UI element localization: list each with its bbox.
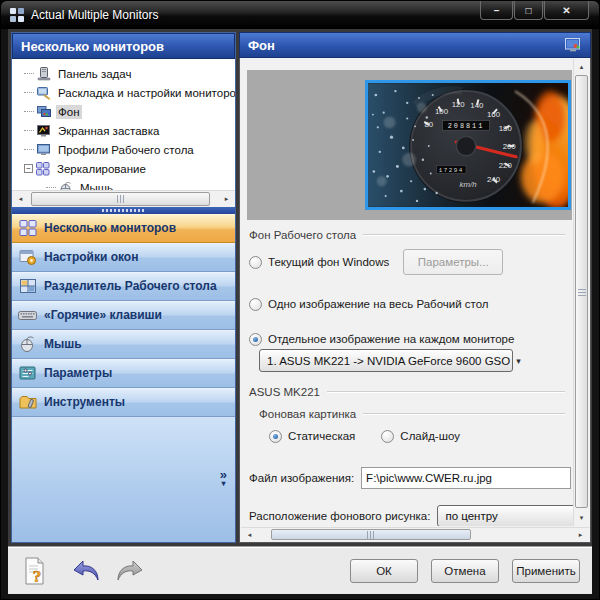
maximize-icon: □ (525, 5, 531, 16)
content-horizontal-scrollbar[interactable]: ◂ ▸ (241, 527, 589, 541)
left-panel-header: Несколько мониторов (12, 33, 235, 59)
mouse-icon (59, 181, 74, 190)
right-panel-header: Фон (239, 32, 591, 58)
scroll-left-icon[interactable]: ◂ (13, 192, 28, 206)
picture-mode-radios: Статическая Слайд-шоу (269, 427, 565, 445)
nav-label: Несколько мониторов (44, 221, 176, 235)
radio-slideshow[interactable] (381, 430, 394, 443)
svg-text:17294: 17294 (439, 167, 464, 174)
tree-item-screensaver[interactable]: Экранная заставка (12, 121, 235, 140)
scroll-left-icon[interactable]: ◂ (242, 529, 257, 540)
radio-static[interactable] (269, 430, 282, 443)
radio-current-windows-bg[interactable]: Текущий фон Windows Параметры... (249, 249, 565, 275)
tree-hscroll-thumb[interactable] (31, 192, 210, 206)
four-monitors-icon (18, 219, 37, 237)
minimize-button[interactable]: – (480, 1, 513, 20)
taskbar-icon (37, 67, 52, 81)
image-file-label: Файл изображения: (249, 472, 354, 484)
nav-label: Мышь (44, 337, 82, 351)
mirroring-icon (36, 162, 51, 176)
vscroll-thumb[interactable] (575, 75, 588, 508)
options-icon (18, 364, 37, 382)
radio-icon[interactable] (249, 298, 262, 311)
tree-item-monitors-layout[interactable]: Раскладка и настройки мониторов (12, 83, 235, 102)
window-title: Actual Multiple Monitors (31, 8, 158, 22)
speedometer-image: 80 100 120 140 160 180 200 220 240 (368, 83, 568, 207)
help-icon[interactable]: ? (22, 556, 49, 586)
nav-item-options[interactable]: Параметры (12, 359, 235, 388)
picture-group: Фоновая картинка (259, 406, 565, 422)
client-area: Несколько мониторов Панель задач Расклад… (8, 29, 592, 592)
close-icon: ✕ (562, 5, 570, 16)
background-icon (37, 105, 52, 119)
background-position-row: Расположение фонового рисунка: по центру… (249, 505, 571, 526)
scroll-right-icon[interactable]: ▸ (219, 192, 234, 206)
ok-button[interactable]: ОК (350, 559, 418, 583)
radio-single-image[interactable]: Одно изображение на весь Рабочий стол (249, 295, 565, 313)
svg-text:180: 180 (499, 124, 513, 133)
nav-overflow-row: » ▾ (12, 417, 235, 543)
background-preview-image[interactable]: 80 100 120 140 160 180 200 220 240 (365, 80, 571, 210)
background-header-icon (565, 38, 582, 53)
keyboard-icon (18, 306, 37, 324)
content-hscroll-thumb[interactable] (271, 529, 471, 540)
desktop-divider-icon (18, 277, 37, 295)
footer-bar: ? ОК Отмена Применить (8, 546, 592, 594)
window-settings-icon (18, 248, 37, 266)
cancel-button[interactable]: Отмена (431, 559, 499, 583)
nav-item-hotkeys[interactable]: «Горячие» клавиши (12, 301, 235, 330)
vertical-scrollbar[interactable]: ▴ ▾ (573, 59, 589, 526)
panel-splitter[interactable] (12, 207, 235, 214)
title-bar[interactable]: Actual Multiple Monitors – □ ✕ (1, 1, 599, 29)
settings-tree: Панель задач Раскладка и настройки монит… (12, 59, 235, 190)
tree-horizontal-scrollbar[interactable]: ◂ ▸ (12, 190, 235, 207)
monitor-group: ASUS MK221 (249, 384, 565, 400)
nav-item-tools[interactable]: Инструменты (12, 388, 235, 417)
nav-item-desktop-divider[interactable]: Разделитель Рабочего стола (12, 272, 235, 301)
monitors-layout-icon (37, 86, 52, 100)
radio-icon[interactable] (249, 256, 262, 269)
tree-item-mirroring[interactable]: − Зеркалирование (12, 159, 235, 178)
undo-icon[interactable] (71, 557, 102, 584)
screensaver-icon (37, 124, 52, 138)
expander-icon[interactable]: − (24, 164, 33, 173)
background-settings-content: 80 100 120 140 160 180 200 220 240 (241, 59, 573, 526)
nav-label: Инструменты (44, 395, 125, 409)
scroll-up-icon[interactable]: ▴ (575, 60, 588, 74)
parameters-button[interactable]: Параметры... (403, 249, 503, 275)
background-position-select[interactable]: по центру ▾ (437, 505, 573, 526)
scroll-down-icon[interactable]: ▾ (575, 511, 588, 525)
left-panel: Несколько мониторов Панель задач Расклад… (11, 32, 236, 543)
redo-icon[interactable] (114, 557, 145, 584)
app-window: Actual Multiple Monitors – □ ✕ Несколько… (0, 0, 600, 600)
tree-item-mouse[interactable]: Мышь (12, 178, 235, 190)
nav-overflow-button[interactable]: » ▾ (220, 470, 227, 488)
nav-item-mouse[interactable]: Мышь (12, 330, 235, 359)
page-title: Фон (248, 38, 275, 53)
radio-individual-image[interactable]: Отдельное изображение на каждом мониторе (249, 330, 565, 348)
svg-text:?: ? (33, 567, 42, 586)
mouse-icon (18, 335, 37, 353)
nav-label: Параметры (44, 366, 112, 380)
svg-text:km/h: km/h (460, 180, 477, 189)
tree-item-background[interactable]: Фон (12, 102, 235, 121)
svg-text:140: 140 (470, 101, 484, 110)
chevron-down-icon: ▾ (516, 356, 521, 366)
scroll-right-icon[interactable]: ▸ (573, 529, 588, 540)
svg-text:220: 220 (499, 161, 513, 170)
image-file-input[interactable] (361, 467, 571, 489)
close-button[interactable]: ✕ (544, 1, 589, 20)
nav-item-window-settings[interactable]: Настройки окон (12, 243, 235, 272)
nav-item-multiple-monitors[interactable]: Несколько мониторов (12, 214, 235, 243)
tree-item-desktop-profiles[interactable]: Профили Рабочего стола (12, 140, 235, 159)
apply-button[interactable]: Применить (512, 559, 580, 583)
maximize-button[interactable]: □ (514, 1, 543, 20)
background-position-label: Расположение фонового рисунка: (249, 510, 430, 522)
chevron-icon: » (220, 470, 227, 479)
monitor-layout-preview: 80 100 120 140 160 180 200 220 240 (247, 70, 572, 220)
app-icon (10, 8, 24, 22)
monitor-select[interactable]: 1. ASUS MK221 -> NVIDIA GeForce 9600 GSO… (259, 349, 513, 372)
chevron-down-icon: ▾ (221, 479, 225, 488)
radio-checked-icon[interactable] (249, 333, 262, 346)
tree-item-taskbar[interactable]: Панель задач (12, 64, 235, 83)
